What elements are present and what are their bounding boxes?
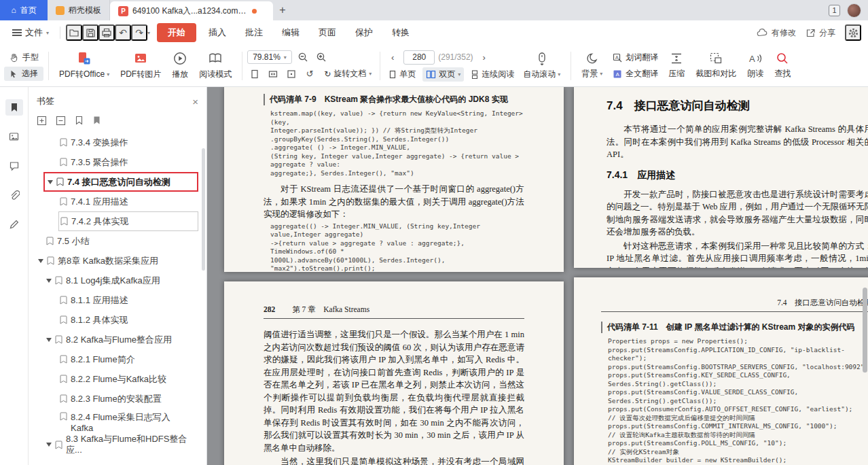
fit-width-button[interactable] [266,67,281,81]
scrollbar-track[interactable] [863,87,867,465]
bookmark-item[interactable]: 8.2.4 Flume采集日志写入Kafka [60,409,198,434]
next-page-button[interactable]: › [477,50,492,64]
menu-tab-edit[interactable]: 编辑 [272,23,309,42]
bookmark-item[interactable]: 8.2.1 Flume简介 [60,349,198,369]
rotate-left-button[interactable]: ↺ [302,67,317,81]
code-block: aggregate(() -> Integer.MIN_VALUE, (Stri… [270,222,524,273]
open-file-button[interactable] [66,24,82,41]
bookmark-item[interactable]: 8.2 Kafka与Flume整合应用 [46,330,198,349]
hand-tool-button[interactable]: 手型 [4,50,43,65]
undo-button[interactable]: ↶ [115,24,131,41]
compress-button[interactable]: 压缩 [663,50,690,82]
new-tab-button[interactable]: + [273,0,292,20]
continuous-reading-button[interactable]: 连续阅读 [467,67,518,82]
print-button[interactable] [98,24,115,41]
collapse-all-button[interactable] [56,116,66,126]
vertical-scrollbar[interactable] [863,288,867,373]
comments-panel-button[interactable] [5,158,23,174]
save-button[interactable] [82,24,98,41]
close-panel-button[interactable]: × [192,96,198,107]
bookmark-item-selected[interactable]: 7.4 接口恶意访问自动检测 [43,172,198,192]
file-menu-button[interactable]: 文件 ▾ [7,24,54,41]
background-button[interactable]: 背景▾ [576,50,608,82]
tab-home[interactable]: ⌂ 首页 [0,0,48,20]
menu-tab-convert[interactable]: 转换 [382,23,419,42]
actual-size-button[interactable] [284,67,299,81]
cloud-icon [757,28,768,37]
zoom-level-select[interactable]: 79.81% ▾ [247,50,292,64]
auto-scroll-button[interactable]: 自动滚动▾ [518,49,566,82]
expander-icon[interactable] [48,180,53,184]
expander-icon[interactable] [46,443,52,447]
expander-icon[interactable] [38,259,43,263]
bookmark-item[interactable]: 7.3.5 聚合操作 [60,152,198,172]
bookmark-icon [47,256,54,265]
full-translate-button[interactable]: A 全文翻译 [608,67,663,81]
tab-document[interactable]: P 649100 Kafka入...a1234.com.pdf [110,1,273,20]
pdf-to-office-icon [77,51,92,66]
pdf-page-280[interactable]: 代码清单 7-9 KStream 聚合操作求最大值核心代码的 JDK8 实现 k… [224,87,564,272]
menu-tab-insert[interactable]: 插入 [199,23,236,42]
auto-scroll-icon [535,51,549,66]
word-translate-button[interactable]: A 划词翻译 [608,50,663,65]
bookmark-settings-button[interactable] [92,116,101,126]
redo-button[interactable]: ↷ [131,24,147,41]
select-tool-button[interactable]: 选择 [4,67,43,81]
expander-icon[interactable] [46,338,52,342]
zoom-in-button[interactable] [314,50,329,64]
bookmark-item[interactable]: 7.4.1 应用描述 [60,192,198,211]
pdf-page-283[interactable]: 7.4 接口恶意访问自动检测 代码清单 7-11 创建 IP 黑名单过滤计算的 … [574,277,868,465]
pdf-to-image-button[interactable]: PDF转图片 [115,49,166,82]
auto-scroll-label: 自动滚动 [523,69,556,80]
share-icon [806,28,816,38]
rotate-document-button[interactable]: ↻ 旋转文档 ▾ [321,67,375,81]
pdf-page-281[interactable]: 7.4 接口恶意访问自动检测 本节将通过一个简单的应用案例完整讲解 Kafka … [574,87,868,268]
double-page-button[interactable]: 双页 ▾ [422,67,464,82]
menu-tab-annotate[interactable]: 批注 [236,23,272,42]
bookmark-item[interactable]: 8.2.2 Flume与Kafka比较 [60,369,198,389]
bookmark-item[interactable]: 8.1 Log4j集成Kafka应用 [46,271,198,290]
pdf-to-image-icon [133,51,148,66]
attachments-panel-button[interactable] [5,187,23,203]
single-page-button[interactable]: 单页 [385,67,419,82]
add-bookmark-button[interactable] [75,116,84,126]
signature-panel-button[interactable] [5,216,23,232]
body-paragraph: 本节将通过一个简单的应用案例完整讲解 Kafka Streams 的具体用法。同… [607,123,868,161]
bookmark-item[interactable]: 8.3 Kafka与Flume和HDFS整合应... [46,434,198,455]
bookmark-label: 7.3.4 变换操作 [71,137,128,148]
screenshot-compare-button[interactable]: 截图和对比 [690,50,742,82]
pdf-to-office-button[interactable]: PDF转Office▾ [54,49,115,82]
thumbnails-panel-button[interactable] [5,128,23,145]
fit-page-button[interactable] [247,67,262,81]
pdf-page-282[interactable]: 282 第 7 章 Kafka Streams 阈值进行适当调整，这里我们只是一… [224,281,564,465]
bookmark-item[interactable]: 7.4.2 具体实现 [58,211,198,231]
bookmark-item[interactable]: 第8章 Kafka数据采集应用 [38,251,198,271]
expander-icon[interactable] [46,279,52,283]
play-button[interactable]: 播放 [166,49,194,82]
panel-scrollbar[interactable] [202,148,205,271]
page-number-input[interactable]: 280 [403,50,435,65]
read-aloud-button[interactable]: A 朗读 [742,50,769,82]
bookmark-item[interactable]: 7.5 小结 [46,231,198,251]
bookmark-item[interactable]: 7.3.4 变换操作 [60,133,198,152]
find-button[interactable]: 查找 [769,50,796,82]
bookmark-item[interactable]: 8.1.1 应用描述 [60,290,198,310]
bookmark-item[interactable]: 8.2.3 Flume的安装配置 [60,389,198,409]
tab-template[interactable]: 稻壳模板 [48,0,110,20]
user-avatar[interactable] [847,3,861,18]
chevron-down-icon: ▾ [46,30,49,36]
menu-tab-protect[interactable]: 保护 [346,23,382,42]
menu-tab-start[interactable]: 开始 [157,23,196,42]
prev-page-button[interactable]: ‹ [385,50,400,64]
reading-mode-button[interactable]: 阅读模式 [194,49,237,82]
zoom-out-button[interactable] [295,50,310,64]
window-count-badge[interactable]: 1 [829,5,840,16]
settings-gear-icon[interactable] [845,24,861,41]
bookmark-item[interactable]: 8.1.2 具体实现 [60,310,198,330]
expand-all-button[interactable] [37,116,47,126]
share-button[interactable]: 分享 [806,27,835,39]
pdf-viewer[interactable]: 代码清单 7-9 KStream 聚合操作求最大值核心代码的 JDK8 实现 k… [207,87,868,465]
menu-tab-page[interactable]: 页面 [309,23,346,42]
modified-status[interactable]: 有修改 [757,27,796,39]
bookmarks-panel-button[interactable] [5,99,23,116]
